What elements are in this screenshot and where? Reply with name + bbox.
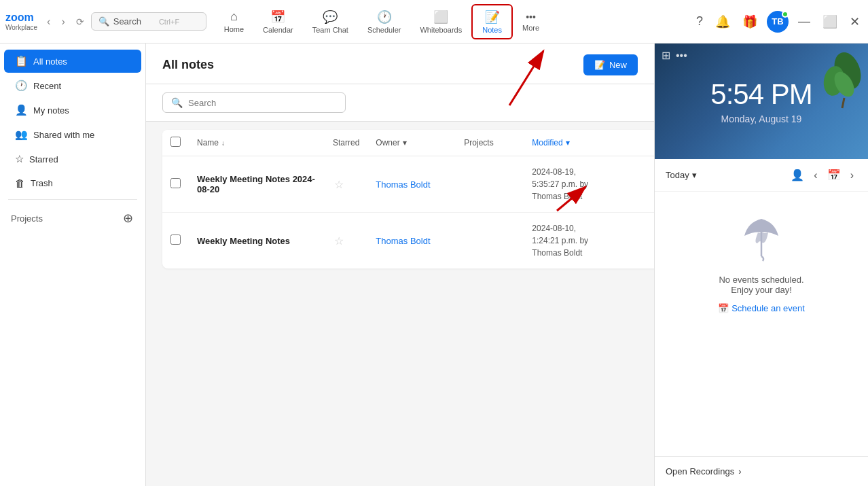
nav-team-chat-label: Team Chat	[312, 26, 348, 34]
sidebar-item-my-notes[interactable]: 👤 My notes	[4, 99, 141, 122]
forward-button[interactable]: ›	[57, 13, 69, 31]
nav-whiteboards[interactable]: ⬜ Whiteboards	[410, 5, 471, 38]
nav-scheduler-label: Scheduler	[367, 26, 401, 34]
cal-prev-button[interactable]: ‹	[810, 168, 820, 183]
app-logo: zoom Workplace	[5, 12, 37, 31]
row2-checkbox[interactable]	[170, 235, 181, 245]
search-shortcut: Ctrl+F	[159, 18, 179, 26]
help-button[interactable]: ?	[693, 12, 706, 31]
search-input-wrap[interactable]: 🔍	[162, 92, 346, 113]
more-icon: •••	[526, 12, 536, 22]
schedule-link-label: Schedule an event	[731, 303, 805, 313]
nav-more[interactable]: ••• More	[513, 7, 549, 36]
row2-owner: Thomas Boldt	[376, 236, 430, 246]
add-project-button[interactable]: ⊕	[122, 209, 134, 227]
row1-modified-cell: 2024-08-19, 5:35:27 p.m. by Thomas Boldt	[524, 156, 654, 213]
new-button-label: New	[609, 60, 627, 70]
today-label: Today	[666, 170, 689, 180]
sidebar-recent-label: Recent	[33, 81, 61, 91]
table-header: Name ↓ Starred Owner ▾	[162, 130, 654, 156]
close-button[interactable]: ✕	[847, 12, 863, 32]
col-starred-header: Starred	[325, 130, 367, 156]
row2-starred-cell: ☆	[325, 213, 367, 269]
sidebar-item-starred[interactable]: ☆ Starred	[4, 147, 141, 171]
recent-icon: 🕐	[15, 80, 28, 92]
notifications-button[interactable]: 🔔	[712, 12, 733, 32]
right-panel-icons: ⊞ •••	[662, 49, 687, 62]
schedule-event-link[interactable]: 📅 Schedule an event	[718, 303, 805, 313]
row1-modified: 2024-08-19, 5:35:27 p.m. by Thomas Boldt	[532, 166, 651, 203]
umbrella-icon	[734, 212, 789, 266]
sort-modified-button[interactable]: Modified ▾	[532, 138, 569, 147]
open-recordings-chevron: ›	[738, 466, 741, 476]
nav-scheduler[interactable]: 🕐 Scheduler	[358, 5, 411, 38]
open-recordings-label: Open Recordings	[666, 466, 734, 476]
cal-next-button[interactable]: ›	[847, 168, 857, 183]
search-input-icon: 🔍	[171, 97, 183, 108]
avatar-status-badge	[782, 11, 789, 18]
sidebar-item-recent[interactable]: 🕐 Recent	[4, 74, 141, 97]
today-select-button[interactable]: Today ▾	[666, 170, 697, 180]
row1-starred-cell: ☆	[325, 156, 367, 213]
sidebar-my-notes-label: My notes	[33, 105, 69, 116]
search-box-label: Search	[113, 16, 141, 27]
nav-team-chat[interactable]: 💬 Team Chat	[303, 5, 358, 38]
sort-indicator: ↓	[221, 139, 225, 147]
scheduler-icon: 🕐	[377, 10, 392, 24]
new-button[interactable]: 📝 New	[583, 54, 638, 75]
right-panel-header: ⊞ ••• 5:54 PM Monday, August 19	[655, 44, 868, 159]
main-area: 📋 All notes 🕐 Recent 👤 My notes 👥 Shared…	[0, 44, 868, 486]
rp-options-button[interactable]: •••	[676, 49, 687, 62]
maximize-button[interactable]: ⬜	[820, 12, 840, 32]
nav-whiteboards-label: Whiteboards	[420, 26, 462, 34]
trash-icon: 🗑	[15, 177, 25, 189]
open-recordings-button[interactable]: Open Recordings ›	[666, 466, 742, 476]
row2-projects-cell	[456, 213, 524, 269]
search-box[interactable]: 🔍 Search Ctrl+F	[91, 12, 206, 31]
avatar[interactable]: TB	[767, 11, 789, 33]
row2-star-button[interactable]: ☆	[333, 233, 345, 249]
people-view-button[interactable]: 👤	[787, 167, 808, 183]
clock-time: 5:54 PM	[710, 78, 812, 111]
row2-owner-cell: Thomas Boldt	[367, 213, 456, 269]
sidebar-item-trash[interactable]: 🗑 Trash	[4, 172, 141, 194]
row1-checkbox[interactable]	[170, 178, 181, 188]
sort-name-button[interactable]: Name ↓	[197, 138, 225, 147]
sidebar-item-shared-with-me[interactable]: 👥 Shared with me	[4, 123, 141, 146]
back-button[interactable]: ‹	[43, 13, 54, 31]
col-checkbox-header	[162, 130, 189, 156]
right-panel: ⊞ ••• 5:54 PM Monday, August 19 Today ▾ …	[654, 44, 868, 486]
decorative-plant-icon	[814, 50, 861, 111]
select-all-checkbox[interactable]	[170, 137, 181, 147]
row1-star-button[interactable]: ☆	[333, 177, 345, 192]
gift-button[interactable]: 🎁	[740, 12, 760, 32]
cal-calendar-button[interactable]: 📅	[824, 167, 844, 183]
row2-modified-cell: 2024-08-10, 1:24:21 p.m. by Thomas Boldt	[524, 213, 654, 269]
main-nav: ⌂ Home 📅 Calendar 💬 Team Chat 🕐 Schedule…	[215, 4, 691, 39]
sidebar-shared-label: Shared with me	[33, 130, 94, 140]
projects-label: Projects	[11, 213, 43, 224]
search-input[interactable]	[188, 98, 337, 108]
sort-owner-button[interactable]: Owner ▾	[376, 138, 406, 147]
row2-name: Weekly Meeting Notes	[197, 236, 290, 246]
shared-icon: 👥	[15, 128, 28, 141]
nav-notes[interactable]: 📝 Notes	[471, 4, 513, 39]
avatar-initials: TB	[772, 16, 783, 27]
table-row: Weekly Meeting Notes ☆ Thomas Boldt 2024…	[162, 213, 654, 269]
nav-home[interactable]: ⌂ Home	[215, 5, 253, 37]
logo-workplace-text: Workplace	[5, 24, 37, 31]
history-button[interactable]: ⟳	[72, 14, 88, 30]
table-area: Name ↓ Starred Owner ▾	[146, 122, 654, 486]
nav-calendar[interactable]: 📅 Calendar	[253, 5, 303, 38]
calendar-icon: 📅	[270, 10, 285, 24]
sidebar-item-all-notes[interactable]: 📋 All notes	[4, 50, 141, 73]
minimize-button[interactable]: —	[795, 12, 813, 31]
my-notes-icon: 👤	[15, 104, 28, 116]
row1-owner-cell: Thomas Boldt	[367, 156, 456, 213]
rp-grid-button[interactable]: ⊞	[662, 49, 670, 62]
notes-table: Name ↓ Starred Owner ▾	[162, 130, 654, 268]
nav-notes-label: Notes	[482, 26, 502, 34]
col-owner-header: Owner ▾	[367, 130, 456, 156]
sidebar-trash-label: Trash	[31, 178, 53, 188]
row2-modified: 2024-08-10, 1:24:21 p.m. by Thomas Boldt	[532, 222, 651, 259]
